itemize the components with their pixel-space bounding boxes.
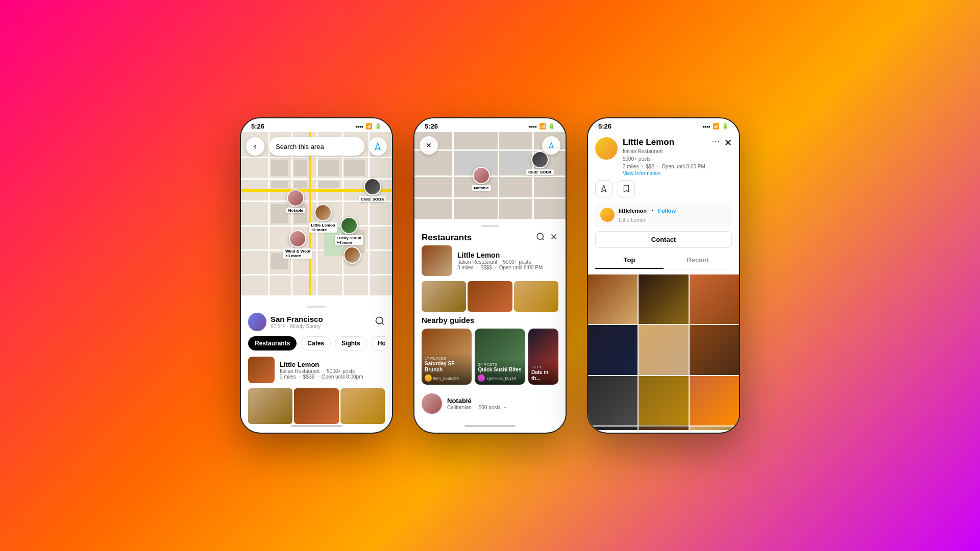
city-text: San Francisco 67.5°F · Mostly Sunny [271,315,323,329]
filter-restaurants[interactable]: Restaurants [248,336,297,350]
block8 [271,204,288,223]
place-meta-details: 3 miles · $$$$ · Open until 8:00pm [280,374,363,380]
sub-display-name: Little Lemon [619,217,646,223]
filter-sights[interactable]: Sights [335,336,367,350]
pin2-notable[interactable]: Notable [472,167,491,191]
back-button[interactable]: ‹ [246,137,264,156]
restaurant-entry[interactable]: Little Lemon Italian Restaurant 5000+ po… [422,245,558,276]
photo-cell-3[interactable] [690,274,739,324]
pin2-notable-avatar [473,167,490,184]
rest-photo-3 [514,281,558,312]
pin2-club-soda[interactable]: Club: SODA [526,151,554,175]
phone-content-3: Little Lemon Italian Restaurant 5000+ po… [588,132,739,430]
road-v1 [268,132,270,295]
rest-photo-2 [468,281,512,312]
photo-cell-10[interactable] [588,427,638,430]
search-icon-map[interactable] [375,316,385,328]
photo-cell-11[interactable] [639,427,688,430]
restaurant-header: Restaurants [422,232,558,243]
notable-avatar [422,393,442,414]
photo-cell-2[interactable] [639,274,688,324]
guide-author-1: liam_beanz99 [425,374,469,382]
photo-cell-6[interactable] [690,325,739,374]
sub-avatar [600,208,615,222]
pin-notable[interactable]: Notable [286,189,305,213]
bottom-sheet-1: San Francisco 67.5°F · Mostly Sunny Rest… [241,299,392,430]
search-icon-rest[interactable] [536,232,545,243]
road-v5 [368,132,370,295]
guide-overlay-3: 32 PL... Date in th... [528,362,558,385]
profile-tabs: Top Recent [595,252,732,269]
pin-lucky-shrub[interactable]: Lucky Shrub+4 more [335,217,363,245]
notable-entry[interactable]: Notablé Californian · 500 posts ··· [422,389,558,414]
place-item-1[interactable]: Little Lemon Italian Restaurant · 5000+ … [248,357,385,383]
photo-cell-5[interactable] [639,325,688,374]
restaurant-photos [422,281,558,312]
photo-cell-12[interactable] [690,427,739,430]
pin-food[interactable] [344,246,361,264]
pin-club-soda[interactable]: Club: SODA [359,178,386,202]
photo-cell-7[interactable] [588,376,638,425]
guide-card-1[interactable]: 17 PLACES Saturday SF Brunch liam_beanz9… [422,329,472,385]
profile-header-wrapper: Little Lemon Italian Restaurant 5000+ po… [588,132,739,274]
profile-meta-location: 3 miles · $$$ · Open until 8:00 PM [623,163,707,170]
contact-button[interactable]: Contact [595,231,732,248]
filter-hotels[interactable]: Hotels [371,336,385,350]
profile-meta-type: Italian Restaurant [623,147,707,155]
tab-recent[interactable]: Recent [664,252,732,269]
tab-top[interactable]: Top [595,252,664,269]
home-indicator-3 [638,425,689,427]
dots-menu-btn[interactable]: ··· [712,137,720,146]
photo-cell-8[interactable] [639,376,688,425]
photo-cell-4[interactable] [588,325,638,374]
place-photo-1 [248,388,292,424]
filter-tabs: Restaurants Cafes Sights Hotels [248,336,385,350]
pin-wind-wool[interactable]: Wind & Wool+3 more [283,230,312,259]
search-input-display[interactable]: Search this area [268,137,364,156]
rest-details-2: 3 miles · $$$$ · Open until 8:00 PM [457,265,543,270]
place-thumbnail [248,357,275,383]
pin-little-lemon[interactable]: Little Lemon+3 more [309,204,337,233]
map-area[interactable]: Notable Little Lemon+3 more Club: SODA L… [241,132,392,295]
save-icon-btn[interactable] [618,180,635,197]
profile-title: Little Lemon [623,137,707,147]
location-button-2[interactable] [542,136,560,155]
svg-point-0 [376,317,383,324]
restaurant-thumbnail-2 [422,245,452,276]
notable-name: Notablé [447,397,506,405]
profile-header-actions: ··· ✕ [712,137,732,148]
wind-wool-pin-label: Wind & Wool+3 more [283,248,312,259]
pin2-club-soda-label: Club: SODA [526,169,554,175]
lucky-shrub-pin-label: Lucky Shrub+4 more [335,235,363,245]
status-time-1: 5:26 [251,122,264,130]
block2 [294,160,308,176]
photo-cell-1[interactable] [588,274,638,324]
rest-photo-1 [422,281,466,312]
place-meta-type: Italian Restaurant · 5000+ posts [280,368,363,374]
profile-meta-details: 5000+ posts [623,155,707,163]
follow-btn[interactable]: Follow [658,208,676,214]
guide-card-2[interactable]: 24 POSTS Quick Sushi Bites sprinkles_bby… [475,329,525,385]
photo-cell-9[interactable] [690,376,739,425]
location-button[interactable] [369,137,387,156]
profile-action-icons [595,180,732,197]
close-icon-rest[interactable] [549,232,558,243]
block-2-2 [501,151,529,173]
notable-meta: Californian · 500 posts ··· [447,405,506,410]
battery-icon-3: 🔋 [722,123,729,130]
status-bar-2: 5:26 ▪▪▪▪ 📶 🔋 [414,118,566,132]
wifi-icon-2: 📶 [539,123,546,130]
city-avatar [248,313,266,331]
pin2-notable-label: Notable [472,185,491,191]
city-header: San Francisco 67.5°F · Mostly Sunny [248,313,385,331]
close-button-2[interactable]: ✕ [420,136,438,155]
phone-2: 5:26 ▪▪▪▪ 📶 🔋 Notable [413,117,567,434]
city-name: San Francisco [271,315,323,323]
close-btn-3[interactable]: ✕ [724,137,732,148]
little-lemon-avatar-pin [314,204,332,221]
view-info-link[interactable]: View Information [623,170,707,176]
filter-cafes[interactable]: Cafes [301,336,331,350]
svg-point-1 [537,233,543,239]
guide-card-3[interactable]: 32 PL... Date in th... [528,329,558,385]
share-icon-btn[interactable] [595,180,612,197]
